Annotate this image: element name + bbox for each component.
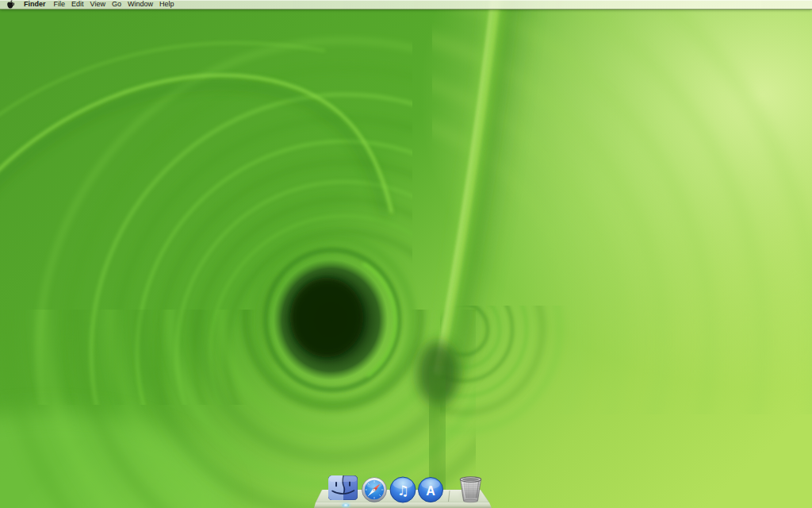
dock-item-appstore[interactable]: A	[418, 477, 443, 502]
running-indicator	[343, 504, 349, 506]
menu-bar: Finder File Edit View Go Window Help	[0, 0, 812, 10]
itunes-icon: ♫	[389, 476, 416, 503]
dock: ♫ A	[314, 475, 492, 508]
menu-item-finder[interactable]: Finder	[21, 0, 51, 9]
trash-icon	[458, 475, 483, 503]
apple-menu[interactable]	[5, 0, 21, 9]
finder-icon	[328, 475, 358, 500]
menu-item-help[interactable]: Help	[156, 0, 178, 9]
menu-item-view[interactable]: View	[87, 0, 109, 9]
menu-item-file[interactable]: File	[51, 0, 69, 9]
menu-item-go[interactable]: Go	[109, 0, 124, 9]
menu-item-window[interactable]: Window	[124, 0, 156, 9]
dock-item-safari[interactable]	[362, 477, 387, 502]
dock-item-trash[interactable]	[458, 475, 483, 503]
safari-icon	[362, 477, 387, 502]
apple-icon	[6, 0, 14, 9]
desktop-wallpaper	[0, 0, 812, 508]
menu-item-edit[interactable]: Edit	[68, 0, 87, 9]
desktop[interactable]: { "menu_bar": { "apple_icon": "apple-log…	[0, 0, 812, 508]
dock-item-finder[interactable]	[328, 475, 358, 500]
appstore-icon: A	[418, 477, 443, 502]
dock-item-itunes[interactable]: ♫	[389, 476, 416, 503]
